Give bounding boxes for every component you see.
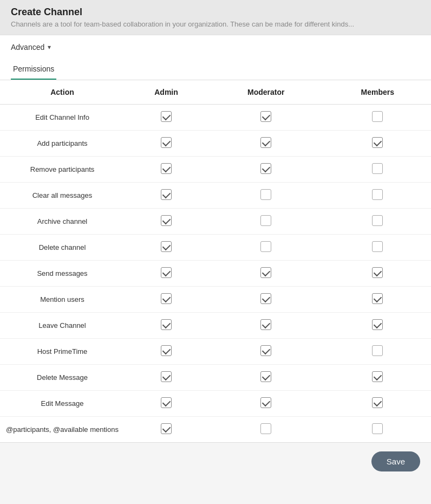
checkbox-icon[interactable] <box>372 423 383 434</box>
checkbox-icon[interactable] <box>260 423 271 434</box>
save-button[interactable]: Save <box>371 451 420 471</box>
checkbox-members-row12[interactable] <box>324 417 432 443</box>
action-label: Leave Channel <box>0 313 125 339</box>
table-row: Add participants <box>0 131 431 157</box>
checkbox-moderator-row3[interactable] <box>208 183 324 209</box>
checkbox-admin-row8[interactable] <box>125 313 208 339</box>
checkbox-admin-row7[interactable] <box>125 287 208 313</box>
checkbox-icon[interactable] <box>161 371 172 382</box>
checkbox-icon[interactable] <box>260 371 271 382</box>
checkbox-icon[interactable] <box>372 345 383 356</box>
page-subtitle: Channels are a tool for team-based colla… <box>11 20 420 28</box>
checkbox-moderator-row7[interactable] <box>208 287 324 313</box>
checkbox-icon[interactable] <box>161 397 172 408</box>
checkbox-moderator-row10[interactable] <box>208 365 324 391</box>
table-row: Archive channel <box>0 209 431 235</box>
checkbox-moderator-row0[interactable] <box>208 105 324 131</box>
action-label: Host PrimeTime <box>0 339 125 365</box>
checkbox-members-row11[interactable] <box>324 391 432 417</box>
checkbox-members-row2[interactable] <box>324 157 432 183</box>
checkbox-admin-row11[interactable] <box>125 391 208 417</box>
checkbox-icon[interactable] <box>161 267 172 278</box>
advanced-toggle[interactable]: Advanced ▾ <box>11 43 420 59</box>
table-row: Edit Message <box>0 391 431 417</box>
checkbox-icon[interactable] <box>161 111 172 122</box>
checkbox-moderator-row6[interactable] <box>208 261 324 287</box>
table-row: Delete Message <box>0 365 431 391</box>
checkbox-icon[interactable] <box>260 111 271 122</box>
checkbox-admin-row0[interactable] <box>125 105 208 131</box>
checkbox-moderator-row12[interactable] <box>208 417 324 443</box>
checkbox-members-row7[interactable] <box>324 287 432 313</box>
checkbox-moderator-row5[interactable] <box>208 235 324 261</box>
checkbox-admin-row3[interactable] <box>125 183 208 209</box>
checkbox-icon[interactable] <box>161 423 172 434</box>
checkbox-icon[interactable] <box>161 293 172 304</box>
checkbox-icon[interactable] <box>260 189 271 200</box>
checkbox-icon[interactable] <box>260 215 271 226</box>
checkbox-admin-row6[interactable] <box>125 261 208 287</box>
checkbox-icon[interactable] <box>260 267 271 278</box>
checkbox-icon[interactable] <box>372 189 383 200</box>
checkbox-icon[interactable] <box>372 319 383 330</box>
action-label: Delete channel <box>0 235 125 261</box>
checkbox-members-row5[interactable] <box>324 235 432 261</box>
checkbox-moderator-row2[interactable] <box>208 157 324 183</box>
action-label: Delete Message <box>0 365 125 391</box>
checkbox-members-row6[interactable] <box>324 261 432 287</box>
checkbox-admin-row1[interactable] <box>125 131 208 157</box>
checkbox-members-row0[interactable] <box>324 105 432 131</box>
checkbox-icon[interactable] <box>260 293 271 304</box>
permissions-table: Action Admin Moderator Members Edit Chan… <box>0 80 431 442</box>
checkbox-moderator-row1[interactable] <box>208 131 324 157</box>
checkbox-icon[interactable] <box>161 163 172 174</box>
action-label: Remove participants <box>0 157 125 183</box>
checkbox-icon[interactable] <box>372 163 383 174</box>
checkbox-icon[interactable] <box>161 241 172 252</box>
checkbox-admin-row2[interactable] <box>125 157 208 183</box>
checkbox-icon[interactable] <box>260 241 271 252</box>
table-row: Clear all messages <box>0 183 431 209</box>
table-row: Leave Channel <box>0 313 431 339</box>
chevron-down-icon: ▾ <box>48 43 51 51</box>
checkbox-members-row9[interactable] <box>324 339 432 365</box>
checkbox-icon[interactable] <box>372 397 383 408</box>
table-header-row: Action Admin Moderator Members <box>0 80 431 105</box>
checkbox-icon[interactable] <box>372 111 383 122</box>
checkbox-icon[interactable] <box>372 137 383 148</box>
checkbox-icon[interactable] <box>161 319 172 330</box>
checkbox-icon[interactable] <box>260 345 271 356</box>
checkbox-moderator-row9[interactable] <box>208 339 324 365</box>
checkbox-icon[interactable] <box>260 163 271 174</box>
checkbox-icon[interactable] <box>372 293 383 304</box>
checkbox-moderator-row11[interactable] <box>208 391 324 417</box>
checkbox-members-row8[interactable] <box>324 313 432 339</box>
checkbox-moderator-row8[interactable] <box>208 313 324 339</box>
checkbox-icon[interactable] <box>161 137 172 148</box>
checkbox-members-row4[interactable] <box>324 209 432 235</box>
checkbox-icon[interactable] <box>260 319 271 330</box>
column-action: Action <box>0 80 125 105</box>
checkbox-members-row3[interactable] <box>324 183 432 209</box>
checkbox-admin-row10[interactable] <box>125 365 208 391</box>
checkbox-icon[interactable] <box>372 371 383 382</box>
checkbox-admin-row12[interactable] <box>125 417 208 443</box>
checkbox-icon[interactable] <box>372 215 383 226</box>
tab-permissions[interactable]: Permissions <box>11 59 56 80</box>
column-admin: Admin <box>125 80 208 105</box>
checkbox-icon[interactable] <box>260 397 271 408</box>
checkbox-icon[interactable] <box>260 137 271 148</box>
checkbox-icon[interactable] <box>161 189 172 200</box>
checkbox-admin-row4[interactable] <box>125 209 208 235</box>
checkbox-admin-row5[interactable] <box>125 235 208 261</box>
checkbox-members-row1[interactable] <box>324 131 432 157</box>
column-moderator: Moderator <box>208 80 324 105</box>
checkbox-icon[interactable] <box>372 241 383 252</box>
checkbox-icon[interactable] <box>372 267 383 278</box>
checkbox-admin-row9[interactable] <box>125 339 208 365</box>
checkbox-icon[interactable] <box>161 345 172 356</box>
page-title: Create Channel <box>11 7 420 18</box>
checkbox-members-row10[interactable] <box>324 365 432 391</box>
checkbox-moderator-row4[interactable] <box>208 209 324 235</box>
checkbox-icon[interactable] <box>161 215 172 226</box>
